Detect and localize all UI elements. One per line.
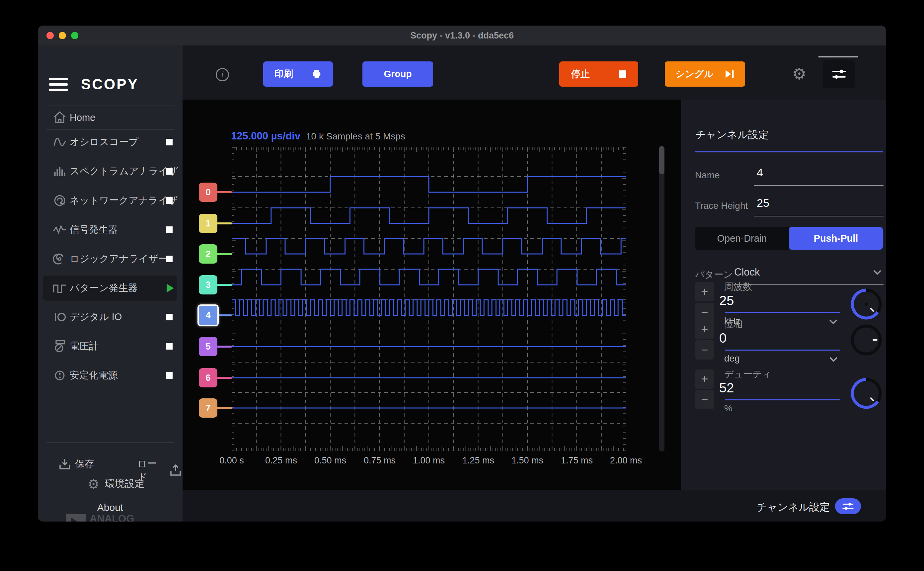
single-run-icon — [725, 70, 735, 78]
x-axis-tick-label: 1.75 ms — [561, 455, 593, 466]
sidebar-item-voltmeter[interactable]: 電圧計 — [38, 332, 183, 361]
channel-7-handle[interactable]: 7 — [199, 398, 217, 418]
stopped-square-icon[interactable] — [166, 227, 172, 233]
channel-2-connector — [217, 253, 232, 255]
divider — [46, 442, 174, 443]
power-supply-icon — [52, 368, 67, 383]
oscilloscope-icon — [52, 135, 67, 150]
channel-1-handle[interactable]: 1 — [199, 214, 217, 233]
sliders-icon — [832, 68, 846, 81]
stopped-square-icon[interactable] — [166, 314, 172, 320]
sidebar-item-power-supply[interactable]: 安定化電源 — [38, 361, 183, 390]
phase-value-input[interactable]: 0 — [719, 331, 727, 346]
single-button[interactable]: シングル — [665, 62, 745, 86]
sidebar-item-spectrum-analyzer[interactable]: スペクトラムアナライザ — [38, 157, 183, 186]
sidebar-item-digital-io[interactable]: デジタル IO — [38, 302, 183, 332]
phase-decrement-button[interactable]: − — [695, 340, 714, 360]
trace-height-input[interactable]: 25 — [757, 196, 769, 210]
phase-label: 位相 — [724, 318, 743, 331]
channel-6-handle[interactable]: 6 — [199, 368, 217, 387]
frequency-decrement-button[interactable]: − — [695, 303, 714, 322]
sidebar-item-label: Home — [70, 112, 95, 123]
frequency-value-input[interactable]: 25 — [719, 293, 734, 308]
sidebar-item-logic-analyzer[interactable]: ロジックアナライザー — [38, 244, 183, 273]
phase-increment-button[interactable]: + — [695, 320, 714, 339]
stopped-square-icon[interactable] — [166, 256, 172, 262]
stopped-square-icon[interactable] — [166, 168, 172, 174]
pattern-select[interactable]: Clock — [734, 266, 760, 278]
panel-toggle-indicator — [818, 56, 858, 57]
duty-value-input[interactable]: 52 — [719, 380, 734, 395]
x-axis-tick-label: 1.25 ms — [462, 455, 494, 466]
name-input[interactable]: 4 — [757, 166, 763, 179]
duty-decrement-button[interactable]: − — [695, 390, 714, 409]
phase-underline — [725, 350, 840, 350]
frequency-label: 周波数 — [724, 281, 752, 293]
stop-button-label: 停止 — [571, 68, 590, 80]
name-label: Name — [695, 170, 720, 181]
phase-knob[interactable] — [850, 323, 883, 356]
duty-knob[interactable] — [850, 377, 883, 410]
about-link[interactable]: About — [38, 502, 183, 513]
channel-0-trace — [232, 177, 626, 192]
sample-rate-label: 10 k Samples at 5 Msps — [306, 131, 405, 142]
channel-3-handle[interactable]: 3 — [199, 275, 217, 295]
print-button-label: 印刷 — [274, 68, 293, 80]
channel-settings-panel-button[interactable] — [823, 60, 855, 88]
save-label: 保存 — [75, 457, 94, 471]
sidebar-item-signal-generator[interactable]: 信号発生器 — [38, 215, 183, 244]
sidebar-item-home[interactable]: Home — [38, 106, 183, 129]
bottom-bar: チャンネル設定 — [183, 490, 886, 522]
scopy-logo: SCOPY — [81, 76, 139, 93]
stop-button[interactable]: 停止 — [559, 62, 638, 86]
home-icon — [52, 110, 67, 125]
signal-generator-icon — [52, 222, 67, 237]
channel-4-trace — [232, 300, 626, 315]
preferences-button[interactable]: ⚙ 環境設定 — [88, 477, 145, 491]
stopped-square-icon[interactable] — [166, 139, 172, 145]
channel-7-connector — [217, 407, 232, 409]
menu-hamburger-icon[interactable] — [49, 78, 68, 94]
channel-4-handle[interactable]: 4 — [197, 304, 219, 326]
plot-scrollbar-thumb[interactable] — [659, 146, 664, 174]
sidebar-item-label: 安定化電源 — [70, 369, 118, 382]
logic-analyzer-icon — [52, 252, 67, 266]
save-button[interactable]: 保存 — [58, 457, 94, 471]
channel-settings-toggle-pill[interactable] — [835, 498, 861, 514]
duty-underline — [725, 400, 840, 400]
info-icon[interactable]: i — [216, 68, 229, 81]
print-button[interactable]: 印刷 — [263, 62, 333, 86]
duty-label: デューティ — [724, 368, 772, 380]
running-play-icon[interactable] — [166, 284, 174, 292]
group-button[interactable]: Group — [362, 62, 433, 86]
voltmeter-icon — [52, 339, 67, 353]
channel-1-connector — [217, 222, 232, 224]
stopped-square-icon[interactable] — [166, 372, 172, 379]
phase-unit[interactable]: deg — [724, 353, 740, 364]
sidebar-item-label: 電圧計 — [70, 340, 99, 353]
general-settings-gear-icon[interactable]: ⚙ — [791, 66, 807, 82]
phase-unit-chevron-down-icon[interactable] — [829, 356, 838, 362]
channel-5-connector — [217, 346, 232, 347]
frequency-increment-button[interactable]: + — [695, 282, 714, 301]
stopped-square-icon[interactable] — [166, 343, 172, 350]
spectrum-analyzer-icon — [52, 164, 67, 179]
sidebar-item-oscilloscope[interactable]: オシロスコープ — [38, 128, 183, 157]
sidebar-item-network-analyzer[interactable]: ネットワークアナライザ — [38, 186, 183, 215]
single-button-label: シングル — [675, 68, 714, 80]
pattern-chevron-down-icon[interactable] — [873, 270, 881, 275]
plot-scrollbar-track[interactable] — [659, 146, 664, 452]
channel-5-handle[interactable]: 5 — [199, 337, 217, 356]
stopped-square-icon[interactable] — [166, 197, 172, 204]
channel-0-handle[interactable]: 0 — [199, 182, 217, 202]
sidebar-item-pattern-generator[interactable]: パターン発生器 — [38, 273, 183, 303]
duty-increment-button[interactable]: + — [695, 369, 714, 389]
title-bar: Scopy - v1.3.0 - dda5ec6 — [38, 26, 886, 45]
channel-2-handle[interactable]: 2 — [199, 244, 217, 264]
name-underline — [754, 185, 884, 186]
push-pull-button[interactable]: Push-Pull — [789, 227, 883, 250]
open-drain-button[interactable]: Open-Drain — [695, 227, 789, 250]
frequency-knob[interactable] — [850, 287, 883, 321]
waveform-grid — [232, 147, 626, 451]
frequency-unit-chevron-down-icon[interactable] — [829, 319, 838, 324]
